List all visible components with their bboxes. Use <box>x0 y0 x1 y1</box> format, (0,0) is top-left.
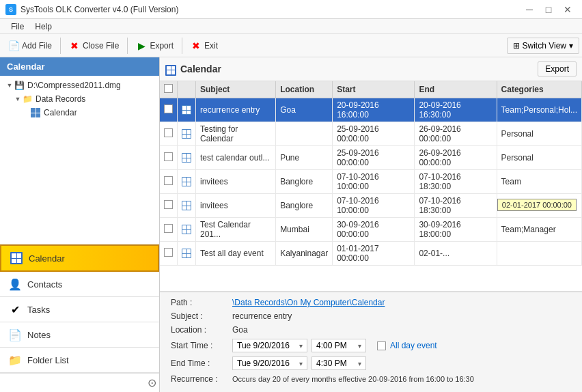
toolbar-right: ⊞ Switch View ▾ <box>507 38 579 54</box>
row-checkbox-cell <box>160 242 178 266</box>
table-row[interactable]: invitees Banglore 07-10-2016 10:00:00 07… <box>160 170 582 194</box>
end-time-dropdown[interactable]: 4:30 PM ▾ <box>311 356 366 370</box>
row-icon-cell <box>178 218 196 242</box>
row-icon-cell <box>178 194 196 218</box>
row-icon-cell <box>178 122 196 146</box>
sidebar-expand-icon[interactable]: ⊙ <box>148 376 156 389</box>
folder-nav-icon: 📁 <box>8 353 22 367</box>
content-title: Calendar <box>180 64 221 74</box>
row-icon-cell <box>178 98 196 122</box>
nav-folder-list[interactable]: 📁 Folder List <box>0 348 159 373</box>
toolbar-sep-1 <box>60 38 61 54</box>
path-link[interactable]: \Data Records\On My Computer\Calendar <box>232 298 385 307</box>
calendar-table-wrapper: Subject Location Start End Categories re… <box>160 81 582 292</box>
start-date-arrow: ▾ <box>299 342 303 350</box>
close-file-button[interactable]: ✖ Close File <box>64 38 124 54</box>
end-date-dropdown[interactable]: Tue 9/20/2016 ▾ <box>232 356 307 370</box>
exit-button[interactable]: ✖ Exit <box>185 38 223 54</box>
tree-data-records[interactable]: ▼ 📁 Data Records <box>0 92 159 106</box>
content-header: Calendar Export <box>160 57 582 81</box>
menu-help[interactable]: Help <box>29 20 57 33</box>
row-end: 07-10-2016 18:30:00 <box>415 170 497 194</box>
allday-checkbox[interactable] <box>377 341 386 350</box>
tasks-nav-icon: ✔ <box>8 303 22 316</box>
row-start: 07-10-2016 10:00:00 <box>333 194 415 218</box>
tree-toggle-data-records[interactable]: ▼ <box>14 95 22 103</box>
tree-calendar[interactable]: Calendar <box>0 106 159 120</box>
subject-value: recurrence entry <box>232 311 292 321</box>
nav-contacts[interactable]: 👤 Contacts <box>0 272 159 297</box>
detail-panel: Path : \Data Records\On My Computer\Cale… <box>160 292 582 392</box>
row-categories <box>497 242 581 266</box>
row-start: 25-09-2016 00:00:00 <box>333 146 415 170</box>
detail-subject-row: Subject : recurrence entry <box>171 311 571 321</box>
sidebar-footer: ⊙ <box>0 373 159 392</box>
path-value: \Data Records\On My Computer\Calendar <box>232 298 385 307</box>
tree-toggle-drive[interactable]: ▼ <box>5 81 14 89</box>
content-cal-icon <box>165 62 176 76</box>
row-icon-cell <box>178 170 196 194</box>
minimize-button[interactable]: ─ <box>521 3 538 16</box>
menu-bar: File Help <box>0 19 582 34</box>
row-end: 26-09-2016 00:00:00 <box>415 146 497 170</box>
row-subject: test calendar outl... <box>196 146 276 170</box>
calendar-table: Subject Location Start End Categories re… <box>160 81 582 266</box>
sidebar-header: Calendar <box>0 57 159 76</box>
row-subject: Testing for Calendar <box>196 122 276 146</box>
export-content-button[interactable]: Export <box>538 61 577 76</box>
calendar-nav-icon <box>10 251 23 265</box>
row-start: 07-10-2016 10:00:00 <box>333 170 415 194</box>
start-time-arrow: ▾ <box>358 342 361 350</box>
close-button[interactable]: ✕ <box>559 3 577 16</box>
folder-nav-label: Folder List <box>27 355 69 365</box>
calendar-nav-label: Calendar <box>29 253 65 264</box>
row-location: Banglore <box>276 170 333 194</box>
row-location: Pune <box>276 146 333 170</box>
nav-notes[interactable]: 📄 Notes <box>0 322 159 348</box>
recurrence-row: Recurrence : Occurs day 20 of every mont… <box>171 374 571 384</box>
row-categories: Team;Manager <box>497 218 581 242</box>
file-tree: ▼ 💾 D:\Compressed2011.dmg ▼ 📁 Data Recor… <box>0 76 159 244</box>
row-subject: invitees <box>196 170 276 194</box>
row-categories: Personal <box>497 146 581 170</box>
export-toolbar-button[interactable]: ▶ Export <box>130 38 179 54</box>
row-checkbox-cell <box>160 146 178 170</box>
subject-label: Subject : <box>171 311 232 321</box>
row-start: 30-09-2016 00:00:00 <box>333 218 415 242</box>
exit-icon: ✖ <box>191 40 202 51</box>
recurrence-label: Recurrence : <box>171 374 232 384</box>
start-time-dropdown[interactable]: 4:00 PM ▾ <box>311 339 366 352</box>
end-time-section: End Time : Tue 9/20/2016 ▾ 4:30 PM ▾ <box>171 356 571 370</box>
table-row[interactable]: recurrence entry Goa 20-09-2016 16:00:00… <box>160 98 582 122</box>
row-subject: invitees <box>196 194 276 218</box>
end-time-controls: Tue 9/20/2016 ▾ 4:30 PM ▾ <box>232 356 366 370</box>
nav-calendar[interactable]: Calendar <box>0 244 159 272</box>
maximize-button[interactable]: □ <box>540 3 557 16</box>
row-subject: Test Calendar 201... <box>196 218 276 242</box>
close-file-icon: ✖ <box>69 40 80 51</box>
add-file-button[interactable]: 📄 Add File <box>3 38 57 54</box>
detail-location-row: Location : Goa <box>171 325 571 335</box>
row-location: Banglore <box>276 194 333 218</box>
allday-section: All day event <box>377 341 437 350</box>
menu-file[interactable]: File <box>5 20 29 33</box>
notes-nav-icon: 📄 <box>8 328 22 341</box>
row-categories: Team;Personal;Hol... <box>497 98 581 122</box>
main-layout: Calendar ▼ 💾 D:\Compressed2011.dmg ▼ 📁 D… <box>0 57 582 392</box>
table-row[interactable]: Testing for Calendar 25-09-2016 00:00:00… <box>160 122 582 146</box>
app-icon: S <box>5 4 16 15</box>
start-time-controls: Tue 9/20/2016 ▾ 4:00 PM ▾ All day event <box>232 339 437 352</box>
row-checkbox-cell <box>160 98 178 122</box>
switch-view-arrow: ▾ <box>569 41 573 51</box>
contacts-nav-label: Contacts <box>27 279 62 290</box>
switch-view-icon: ⊞ <box>513 41 520 51</box>
table-row[interactable]: Test Calendar 201... Mumbai 30-09-2016 0… <box>160 218 582 242</box>
nav-tasks[interactable]: ✔ Tasks <box>0 297 159 322</box>
table-row[interactable]: Test all day event Kalyaninagar 01-01-20… <box>160 242 582 266</box>
switch-view-button[interactable]: ⊞ Switch View ▾ <box>507 38 579 54</box>
start-date-dropdown[interactable]: Tue 9/20/2016 ▾ <box>232 339 307 352</box>
tree-toggle-calendar <box>22 109 30 117</box>
table-row[interactable]: test calendar outl... Pune 25-09-2016 00… <box>160 146 582 170</box>
tree-drive[interactable]: ▼ 💾 D:\Compressed2011.dmg <box>0 79 159 92</box>
tasks-nav-label: Tasks <box>27 305 50 315</box>
